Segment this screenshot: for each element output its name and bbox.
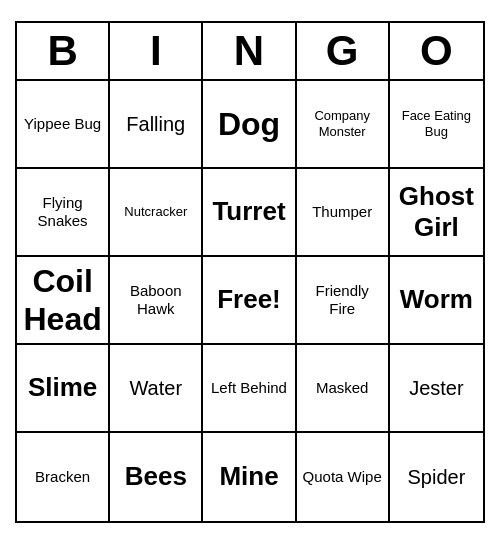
cell-text-14: Worm (400, 284, 473, 315)
cell-text-3: Company Monster (301, 108, 384, 139)
bingo-cell-3: Company Monster (297, 81, 390, 169)
bingo-cell-5: Flying Snakes (17, 169, 110, 257)
bingo-cell-23: Quota Wipe (297, 433, 390, 521)
bingo-card: BINGO Yippee BugFallingDogCompany Monste… (15, 21, 485, 523)
cell-text-4: Face Eating Bug (394, 108, 479, 139)
bingo-cell-18: Masked (297, 345, 390, 433)
cell-text-19: Jester (409, 376, 463, 400)
bingo-letter-b: B (17, 23, 110, 79)
bingo-letter-g: G (297, 23, 390, 79)
cell-text-9: Ghost Girl (394, 181, 479, 243)
bingo-cell-1: Falling (110, 81, 203, 169)
bingo-cell-2: Dog (203, 81, 296, 169)
bingo-cell-8: Thumper (297, 169, 390, 257)
cell-text-17: Left Behind (211, 379, 287, 397)
cell-text-21: Bees (125, 461, 187, 492)
bingo-cell-14: Worm (390, 257, 483, 345)
bingo-cell-19: Jester (390, 345, 483, 433)
bingo-cell-15: Slime (17, 345, 110, 433)
cell-text-15: Slime (28, 372, 97, 403)
bingo-cell-6: Nutcracker (110, 169, 203, 257)
cell-text-10: Coil Head (21, 262, 104, 339)
bingo-cell-9: Ghost Girl (390, 169, 483, 257)
bingo-cell-4: Face Eating Bug (390, 81, 483, 169)
cell-text-16: Water (129, 376, 182, 400)
bingo-cell-7: Turret (203, 169, 296, 257)
cell-text-13: Friendly Fire (301, 282, 384, 318)
cell-text-24: Spider (407, 465, 465, 489)
bingo-cell-11: Baboon Hawk (110, 257, 203, 345)
bingo-cell-12: Free! (203, 257, 296, 345)
bingo-cell-10: Coil Head (17, 257, 110, 345)
bingo-cell-24: Spider (390, 433, 483, 521)
cell-text-23: Quota Wipe (303, 468, 382, 486)
cell-text-7: Turret (212, 196, 285, 227)
bingo-letter-n: N (203, 23, 296, 79)
bingo-header: BINGO (17, 23, 483, 81)
bingo-cell-17: Left Behind (203, 345, 296, 433)
bingo-letter-o: O (390, 23, 483, 79)
cell-text-12: Free! (217, 284, 281, 315)
cell-text-11: Baboon Hawk (114, 282, 197, 318)
cell-text-6: Nutcracker (124, 204, 187, 220)
cell-text-18: Masked (316, 379, 369, 397)
bingo-cell-21: Bees (110, 433, 203, 521)
cell-text-5: Flying Snakes (21, 194, 104, 230)
bingo-cell-0: Yippee Bug (17, 81, 110, 169)
cell-text-0: Yippee Bug (24, 115, 101, 133)
bingo-grid: Yippee BugFallingDogCompany MonsterFace … (17, 81, 483, 521)
cell-text-1: Falling (126, 112, 185, 136)
cell-text-22: Mine (219, 461, 278, 492)
bingo-cell-20: Bracken (17, 433, 110, 521)
bingo-letter-i: I (110, 23, 203, 79)
cell-text-8: Thumper (312, 203, 372, 221)
bingo-cell-13: Friendly Fire (297, 257, 390, 345)
bingo-cell-16: Water (110, 345, 203, 433)
cell-text-20: Bracken (35, 468, 90, 486)
cell-text-2: Dog (218, 105, 280, 143)
bingo-cell-22: Mine (203, 433, 296, 521)
